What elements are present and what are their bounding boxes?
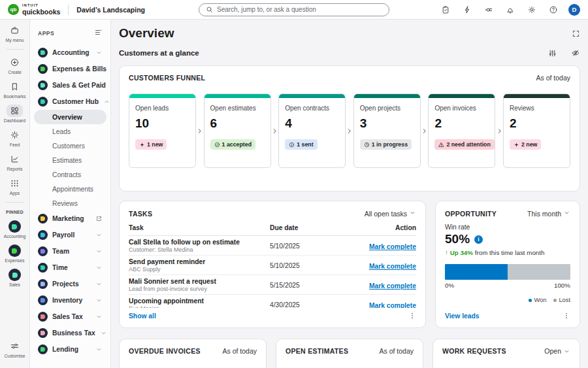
- hide-values-button[interactable]: [571, 48, 580, 58]
- win-rate-value: 50%: [445, 232, 470, 246]
- rail-item-bookmarks[interactable]: Bookmarks: [4, 80, 26, 99]
- kebab-icon[interactable]: [408, 312, 416, 320]
- sidebar-subitem-estimates[interactable]: Estimates: [34, 153, 106, 167]
- tasks-filter-dropdown[interactable]: All open tasks: [365, 209, 416, 218]
- sidebar-subitem-overview[interactable]: Overview: [34, 110, 106, 124]
- sidebar-subitem-contracts[interactable]: Contracts: [34, 167, 106, 182]
- chevron-down-wrap: [95, 49, 103, 56]
- filter-sliders-icon: [548, 49, 557, 58]
- mark-complete-link[interactable]: Mark complete: [369, 302, 416, 308]
- funnel-arrow: [196, 93, 203, 168]
- opportunity-filter-dropdown[interactable]: This month: [527, 209, 570, 218]
- tasks-clipboard-button[interactable]: [441, 5, 450, 14]
- tasks-title: TASKS: [129, 210, 152, 218]
- mark-complete-link[interactable]: Mark complete: [369, 263, 416, 270]
- chevron-down-wrap: [95, 264, 103, 271]
- work-requests-card: WORK REQUESTS Open: [433, 339, 580, 368]
- quickbooks-logo[interactable]: qb INTUIT quickbooks: [8, 4, 60, 15]
- rail-item-feed[interactable]: Feed: [7, 129, 23, 147]
- sidebar-item-lending[interactable]: Lending: [34, 341, 106, 358]
- sidebar-item-inventory[interactable]: Inventory: [34, 292, 106, 309]
- sidebar-item-marketing[interactable]: Marketing: [34, 210, 106, 227]
- external-link-wrap: [95, 215, 103, 222]
- kebab-icon[interactable]: [563, 312, 570, 320]
- rail-item-dashboard[interactable]: Dashboard: [4, 105, 25, 123]
- mark-complete-link[interactable]: Mark complete: [369, 243, 416, 250]
- rail-pinned-accounting[interactable]: Accounting: [4, 220, 26, 239]
- legend-item-won: Won: [529, 297, 546, 303]
- rail-item-create[interactable]: Create: [7, 56, 23, 75]
- sidebar-item-business-tax[interactable]: Business Tax: [34, 325, 106, 341]
- status-badge: 2 new: [510, 139, 541, 150]
- chevron-down-icon: [563, 209, 570, 216]
- sidebar-item-label: Lending: [52, 346, 78, 353]
- rail-item-reports[interactable]: Reports: [7, 153, 23, 171]
- task-title: Upcoming appointment: [129, 297, 270, 305]
- sidebar-item-sales-tax[interactable]: Sales Tax: [34, 309, 106, 325]
- funnel-stage-open-contracts[interactable]: Open contracts 4 1 sent: [278, 93, 346, 168]
- sidebar-item-sales-get-paid[interactable]: Sales & Get Paid: [34, 77, 106, 93]
- funnel-arrow: [421, 93, 428, 168]
- sidebar-subitem-appointments[interactable]: Appointments: [34, 182, 106, 196]
- sidebar-item-time[interactable]: Time: [34, 259, 106, 276]
- warning-triangle-icon: [438, 142, 444, 148]
- settings-gear-button[interactable]: [527, 5, 536, 14]
- rail-pinned-expenses[interactable]: Expenses: [5, 244, 25, 263]
- sidebar-subitem-leads[interactable]: Leads: [34, 124, 106, 139]
- rail-item-my-menu[interactable]: My menu: [6, 24, 24, 42]
- show-all-link[interactable]: Show all: [129, 312, 156, 320]
- header-actions: [441, 5, 558, 14]
- panel-menu-icon[interactable]: [94, 28, 103, 37]
- sidebar-subitem-reviews[interactable]: Reviews: [34, 196, 106, 210]
- funnel-stage-reviews[interactable]: Reviews 2 2 new: [503, 93, 570, 168]
- bookmark-icon: [10, 82, 20, 92]
- company-name[interactable]: David’s Landscaping: [76, 6, 145, 14]
- chevron-down-icon: [95, 248, 103, 255]
- info-icon[interactable]: i: [474, 235, 483, 244]
- won-bar-segment: [445, 264, 508, 280]
- rail-item-customise[interactable]: Customise: [4, 340, 25, 358]
- sidebar-subitem-customers[interactable]: Customers: [34, 139, 106, 153]
- chevron-down-icon: [95, 297, 103, 304]
- global-search-input[interactable]: Search, jump to, or ask a question: [199, 3, 389, 16]
- chevron-down-icon: [95, 231, 103, 239]
- user-avatar[interactable]: D: [568, 4, 580, 16]
- sidebar-item-customer-hub[interactable]: Customer Hub: [34, 93, 106, 110]
- funnel-arrow: [496, 93, 503, 168]
- sidebar-item-payroll[interactable]: Payroll: [34, 227, 106, 243]
- sidebar-item-projects[interactable]: Projects: [34, 276, 106, 292]
- time-app-icon: [38, 263, 48, 273]
- lightning-icon: [463, 5, 472, 14]
- funnel-stage-open-estimates[interactable]: Open estimates 6 1 accepted: [204, 93, 271, 168]
- rail-item-apps[interactable]: Apps: [7, 177, 23, 195]
- business-tax-app-icon: [38, 328, 48, 338]
- task-row: Call Stella to follow up on estimate Cus…: [129, 236, 416, 256]
- dashboard-grid-icon: [10, 106, 20, 116]
- integrations-plug-button[interactable]: [484, 5, 493, 14]
- sidebar-item-team[interactable]: Team: [34, 243, 106, 259]
- eye-off-icon: [571, 48, 580, 58]
- filter-settings-button[interactable]: [548, 49, 557, 58]
- automations-lightning-button[interactable]: [463, 5, 472, 14]
- plus-circle-icon: [10, 58, 20, 67]
- card-title: OPEN ESTIMATES: [286, 347, 348, 355]
- rail-pinned-sales[interactable]: Sales: [8, 269, 21, 287]
- section-title: Customers at a glance: [119, 49, 199, 57]
- overdue-invoices-card: OVERDUE INVOICES As of today: [119, 339, 267, 368]
- funnel-stage-open-leads[interactable]: Open leads 10 1 new: [129, 93, 196, 168]
- main-content: Overview Customers at a glance CUSTOMERS…: [111, 20, 588, 368]
- view-leads-link[interactable]: View leads: [445, 312, 479, 320]
- expenses-bills-app-icon: [38, 64, 48, 74]
- task-due-date: 4/30/2025: [270, 301, 353, 309]
- card-filter[interactable]: Open: [544, 347, 570, 355]
- accounting-app-icon: [8, 220, 21, 233]
- tasks-card: TASKS All open tasks Task Due date Actio…: [119, 201, 426, 328]
- funnel-stage-open-projects[interactable]: Open projects 3 1 in progress: [353, 93, 421, 168]
- rail-item-label: Dashboard: [4, 118, 25, 123]
- funnel-stage-open-invoices[interactable]: Open invoices 2 2 need attention: [428, 93, 495, 168]
- help-button[interactable]: [549, 5, 558, 14]
- sidebar-item-expenses-bills[interactable]: Expenses & Bills: [34, 61, 106, 77]
- sidebar-item-accounting[interactable]: Accounting: [34, 44, 106, 61]
- notifications-bell-button[interactable]: [506, 5, 515, 14]
- mark-complete-link[interactable]: Mark complete: [369, 282, 416, 290]
